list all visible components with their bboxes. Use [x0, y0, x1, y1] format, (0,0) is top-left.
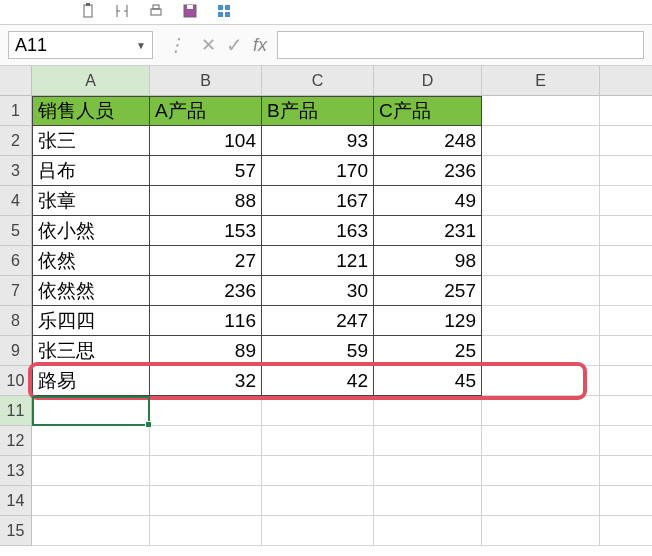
- cell-D12[interactable]: [374, 426, 482, 456]
- cell-E1[interactable]: [482, 96, 600, 126]
- cell-B5[interactable]: 153: [150, 216, 262, 246]
- cell-C13[interactable]: [262, 456, 374, 486]
- cell-B13[interactable]: [150, 456, 262, 486]
- cell-A12[interactable]: [32, 426, 150, 456]
- cell-E10[interactable]: [482, 366, 600, 396]
- row-header-11[interactable]: 11: [0, 396, 32, 426]
- cell-1[interactable]: [600, 96, 652, 126]
- select-all-corner[interactable]: [0, 66, 32, 96]
- cell-11[interactable]: [600, 396, 652, 426]
- cell-C8[interactable]: 247: [262, 306, 374, 336]
- formula-input[interactable]: [277, 31, 644, 59]
- accept-formula-icon[interactable]: ✓: [226, 33, 243, 57]
- cell-E2[interactable]: [482, 126, 600, 156]
- cell-C15[interactable]: [262, 516, 374, 546]
- cell-4[interactable]: [600, 186, 652, 216]
- cell-A13[interactable]: [32, 456, 150, 486]
- row-header-6[interactable]: 6: [0, 246, 32, 276]
- cell-C6[interactable]: 121: [262, 246, 374, 276]
- row-header-3[interactable]: 3: [0, 156, 32, 186]
- cell-A3[interactable]: 吕布: [32, 156, 150, 186]
- cell-A14[interactable]: [32, 486, 150, 516]
- cell-C11[interactable]: [262, 396, 374, 426]
- cell-E6[interactable]: [482, 246, 600, 276]
- paste-icon[interactable]: [80, 3, 96, 22]
- cell-B4[interactable]: 88: [150, 186, 262, 216]
- row-header-14[interactable]: 14: [0, 486, 32, 516]
- cell-8[interactable]: [600, 306, 652, 336]
- row-header-2[interactable]: 2: [0, 126, 32, 156]
- cell-C12[interactable]: [262, 426, 374, 456]
- cell-2[interactable]: [600, 126, 652, 156]
- cell-A11[interactable]: [32, 396, 150, 426]
- cell-B3[interactable]: 57: [150, 156, 262, 186]
- row-header-8[interactable]: 8: [0, 306, 32, 336]
- cell-B7[interactable]: 236: [150, 276, 262, 306]
- row-header-7[interactable]: 7: [0, 276, 32, 306]
- cell-E13[interactable]: [482, 456, 600, 486]
- cell-E11[interactable]: [482, 396, 600, 426]
- cell-D7[interactable]: 257: [374, 276, 482, 306]
- cell-C7[interactable]: 30: [262, 276, 374, 306]
- cell-C14[interactable]: [262, 486, 374, 516]
- column-header-C[interactable]: C: [262, 66, 374, 96]
- cell-6[interactable]: [600, 246, 652, 276]
- grid-icon[interactable]: [216, 3, 232, 22]
- cell-5[interactable]: [600, 216, 652, 246]
- cell-E9[interactable]: [482, 336, 600, 366]
- cell-C3[interactable]: 170: [262, 156, 374, 186]
- cell-E8[interactable]: [482, 306, 600, 336]
- cell-B14[interactable]: [150, 486, 262, 516]
- cell-C5[interactable]: 163: [262, 216, 374, 246]
- cell-D15[interactable]: [374, 516, 482, 546]
- save-icon[interactable]: [182, 3, 198, 22]
- cell-A15[interactable]: [32, 516, 150, 546]
- cell-12[interactable]: [600, 426, 652, 456]
- cell-A2[interactable]: 张三: [32, 126, 150, 156]
- cancel-formula-icon[interactable]: ✕: [201, 34, 216, 56]
- cell-D6[interactable]: 98: [374, 246, 482, 276]
- cell-D8[interactable]: 129: [374, 306, 482, 336]
- cell-B9[interactable]: 89: [150, 336, 262, 366]
- cell-A10[interactable]: 路易: [32, 366, 150, 396]
- cell-B15[interactable]: [150, 516, 262, 546]
- cell-C2[interactable]: 93: [262, 126, 374, 156]
- cell-C1[interactable]: B产品: [262, 96, 374, 126]
- cell-15[interactable]: [600, 516, 652, 546]
- cell-A8[interactable]: 乐四四: [32, 306, 150, 336]
- cell-A4[interactable]: 张章: [32, 186, 150, 216]
- cell-D2[interactable]: 248: [374, 126, 482, 156]
- cell-B11[interactable]: [150, 396, 262, 426]
- cell-D11[interactable]: [374, 396, 482, 426]
- cell-D9[interactable]: 25: [374, 336, 482, 366]
- cell-9[interactable]: [600, 336, 652, 366]
- row-header-13[interactable]: 13: [0, 456, 32, 486]
- row-header-1[interactable]: 1: [0, 96, 32, 126]
- cell-C9[interactable]: 59: [262, 336, 374, 366]
- row-header-9[interactable]: 9: [0, 336, 32, 366]
- cell-E5[interactable]: [482, 216, 600, 246]
- ellipsis-icon[interactable]: ⋮: [161, 34, 191, 56]
- column-header-extra[interactable]: [600, 66, 652, 96]
- cell-A9[interactable]: 张三思: [32, 336, 150, 366]
- cell-E14[interactable]: [482, 486, 600, 516]
- cell-14[interactable]: [600, 486, 652, 516]
- cell-E3[interactable]: [482, 156, 600, 186]
- cell-A7[interactable]: 依然然: [32, 276, 150, 306]
- print-icon[interactable]: [148, 3, 164, 22]
- row-header-15[interactable]: 15: [0, 516, 32, 546]
- column-header-D[interactable]: D: [374, 66, 482, 96]
- cell-E12[interactable]: [482, 426, 600, 456]
- cell-D14[interactable]: [374, 486, 482, 516]
- cell-C10[interactable]: 42: [262, 366, 374, 396]
- cell-A1[interactable]: 销售人员: [32, 96, 150, 126]
- row-header-5[interactable]: 5: [0, 216, 32, 246]
- cell-D10[interactable]: 45: [374, 366, 482, 396]
- name-box[interactable]: A11 ▼: [8, 31, 153, 59]
- cell-A6[interactable]: 依然: [32, 246, 150, 276]
- row-header-12[interactable]: 12: [0, 426, 32, 456]
- cell-13[interactable]: [600, 456, 652, 486]
- cell-E15[interactable]: [482, 516, 600, 546]
- cell-B8[interactable]: 116: [150, 306, 262, 336]
- cell-A5[interactable]: 依小然: [32, 216, 150, 246]
